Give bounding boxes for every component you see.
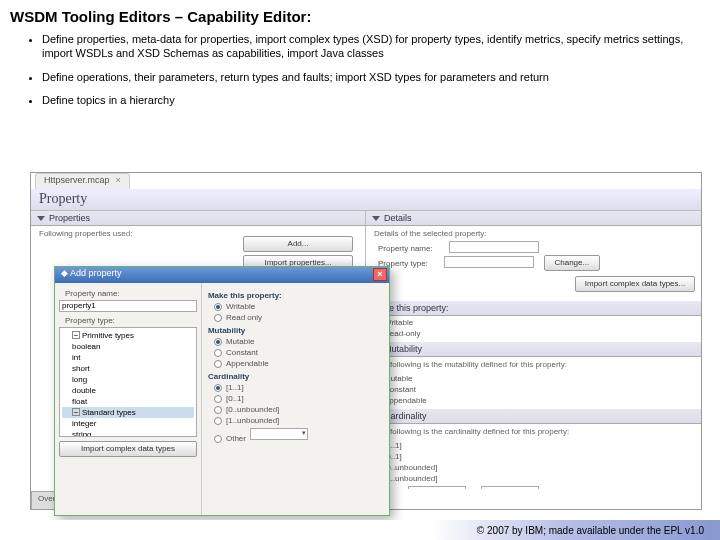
details-intro: Details of the selected property:: [366, 226, 701, 241]
close-icon[interactable]: ×: [116, 175, 121, 185]
import-complex-types-button[interactable]: Import complex data types...: [575, 276, 695, 292]
bullet-item: Define topics in a hierarchy: [42, 94, 704, 108]
slide-title: WSDM Tooling Editors – Capability Editor…: [0, 0, 720, 29]
property-name-field[interactable]: [449, 241, 539, 253]
dialog-titlebar[interactable]: ◆ Add property ×: [55, 267, 389, 283]
card-to-combo[interactable]: [481, 486, 539, 489]
appendable-option[interactable]: Appendable: [372, 396, 695, 405]
cardinality-header[interactable]: Cardinality: [366, 409, 701, 424]
dialog-icon: ◆: [61, 268, 70, 278]
editor-section-title: Property: [31, 189, 701, 211]
property-name-label: Property name:: [378, 244, 433, 253]
dlg-card-01-option[interactable]: [0..1]: [214, 394, 377, 403]
tree-item[interactable]: string: [62, 429, 194, 437]
change-button[interactable]: Change...: [544, 255, 600, 271]
bullet-item: Define properties, meta-data for propert…: [42, 33, 704, 61]
tree-item[interactable]: long: [62, 374, 194, 385]
bullet-list: Define properties, meta-data for propert…: [0, 33, 720, 108]
tree-item[interactable]: boolean: [62, 341, 194, 352]
dlg-mutability-header: Mutability: [208, 326, 383, 335]
mutable-option[interactable]: Mutable: [372, 374, 695, 383]
card-11-option[interactable]: [1..1]: [372, 441, 695, 450]
properties-header[interactable]: Properties: [31, 211, 365, 226]
bullet-item: Define operations, their parameters, ret…: [42, 71, 704, 85]
footer: © 2007 by IBM; made available under the …: [0, 520, 720, 540]
writable-option[interactable]: Writable: [372, 318, 695, 327]
mutability-intro: The following is the mutability defined …: [366, 357, 701, 372]
tree-item[interactable]: short: [62, 363, 194, 374]
dlg-constant-option[interactable]: Constant: [214, 348, 377, 357]
tree-item[interactable]: integer: [62, 418, 194, 429]
dlg-card-1u-option[interactable]: [1..unbounded]: [214, 416, 377, 425]
type-tree[interactable]: −Primitive types boolean int short long …: [59, 327, 197, 437]
mutability-header[interactable]: Mutability: [366, 342, 701, 357]
dlg-cardinality-header: Cardinality: [208, 372, 383, 381]
dlg-mutable-option[interactable]: Mutable: [214, 337, 377, 346]
dlg-appendable-option[interactable]: Appendable: [214, 359, 377, 368]
dlg-import-complex-button[interactable]: Import complex data types: [59, 441, 197, 457]
dlg-type-label: Property type:: [65, 316, 191, 325]
dlg-card-other-option[interactable]: Other: [214, 427, 377, 443]
tree-item[interactable]: double: [62, 385, 194, 396]
card-1u-option[interactable]: [1..unbounded]: [372, 474, 695, 483]
details-header[interactable]: Details: [366, 211, 701, 226]
card-0u-option[interactable]: [0..unbounded]: [372, 463, 695, 472]
dlg-writable-option[interactable]: Writable: [214, 302, 377, 311]
editor-tab[interactable]: Httpserver.mcap×: [35, 173, 130, 189]
dlg-readonly-option[interactable]: Read only: [214, 313, 377, 322]
tree-item[interactable]: float: [62, 396, 194, 407]
dlg-name-label: Property name:: [65, 289, 191, 298]
tree-item[interactable]: int: [62, 352, 194, 363]
dlg-card-0u-option[interactable]: [0..unbounded]: [214, 405, 377, 414]
readonly-option[interactable]: Read-only: [372, 329, 695, 338]
dlg-make-header: Make this property:: [208, 291, 383, 300]
dlg-card-11-option[interactable]: [1..1]: [214, 383, 377, 392]
make-property-header[interactable]: Make this property:: [366, 301, 701, 316]
add-property-dialog: ◆ Add property × Property name: property…: [54, 266, 390, 516]
copyright-text: © 2007 by IBM; made available under the …: [477, 525, 704, 536]
dlg-name-field[interactable]: property1: [59, 300, 197, 312]
dialog-close-icon[interactable]: ×: [373, 268, 387, 281]
property-type-field[interactable]: [444, 256, 534, 268]
card-from-combo[interactable]: [408, 486, 466, 489]
details-panel: Details Details of the selected property…: [366, 211, 701, 489]
dlg-card-from-combo[interactable]: [250, 428, 308, 440]
card-other-option[interactable]: Otherto: [372, 485, 695, 489]
constant-option[interactable]: Constant: [372, 385, 695, 394]
add-button[interactable]: Add...: [243, 236, 353, 252]
cardinality-intro: The following is the cardinality defined…: [366, 424, 701, 439]
card-01-option[interactable]: [0..1]: [372, 452, 695, 461]
